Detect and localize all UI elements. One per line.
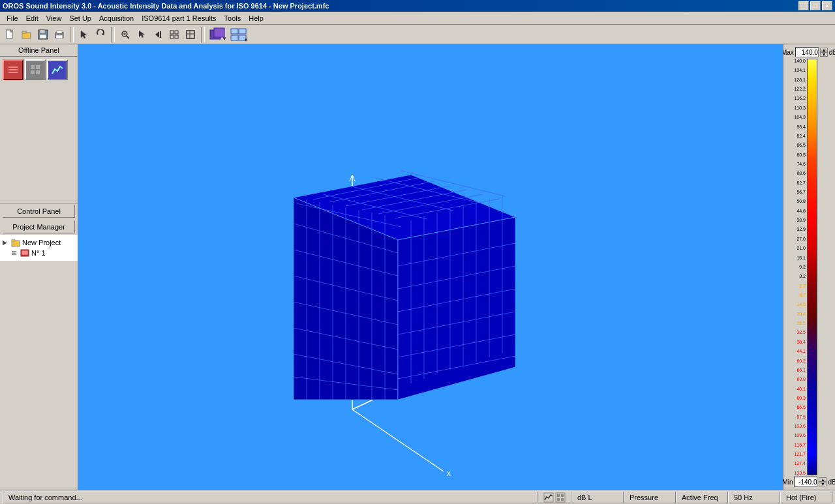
main-area: Offline Panel <box>0 44 835 490</box>
toolbar-extra-group: ▼ ▼ <box>207 27 250 42</box>
status-active-freq: Active Freq <box>676 492 728 503</box>
svg-rect-19 <box>170 31 174 34</box>
status-icon-1 <box>543 492 554 503</box>
svg-line-13 <box>127 36 129 38</box>
rotate-tool-button[interactable] <box>93 27 108 42</box>
svg-rect-29 <box>231 29 238 34</box>
menu-edit[interactable]: Edit <box>22 13 42 23</box>
svg-rect-21 <box>170 35 174 38</box>
scale-value: 32.5 <box>787 330 806 334</box>
svg-rect-23 <box>187 31 194 38</box>
min-value-input[interactable] <box>794 477 817 487</box>
project-manager-section: Project Manager ▶ New Project ⊞ <box>0 219 78 261</box>
title-bar: OROS Sound Intensity 3.0 - Acoustic Inte… <box>0 0 835 12</box>
close-button[interactable]: × <box>822 1 832 10</box>
menu-tools[interactable]: Tools <box>220 13 245 23</box>
svg-rect-31 <box>231 35 238 40</box>
new-button[interactable] <box>3 27 18 42</box>
status-hot-fire-text: Hot (Fire) <box>786 494 816 501</box>
object-button[interactable]: ▼ <box>207 27 228 42</box>
svg-text:▼: ▼ <box>222 36 227 42</box>
scale-value: 44.1 <box>787 349 806 353</box>
svg-rect-3 <box>22 31 26 33</box>
scale-value: 60.2 <box>787 359 806 363</box>
svg-rect-22 <box>175 35 178 38</box>
scale-value: 115.7 <box>787 443 806 447</box>
panel-icon-1[interactable] <box>3 59 23 80</box>
toolbar-separator-2 <box>111 27 115 42</box>
svg-rect-9 <box>56 35 63 38</box>
window-controls[interactable]: _ □ × <box>798 1 832 10</box>
open-button[interactable] <box>19 27 35 42</box>
project-icon <box>11 238 20 247</box>
cursor-tool-button[interactable] <box>134 27 149 42</box>
scale-value: 122.2 <box>787 87 806 91</box>
status-freq-50-text: 50 Hz <box>734 494 753 501</box>
svg-rect-20 <box>175 31 178 34</box>
minimize-button[interactable]: _ <box>798 1 809 10</box>
min-spin-down[interactable]: ▼ <box>819 482 827 486</box>
status-icons[interactable] <box>538 492 571 503</box>
scale-value: 80.5 <box>787 153 806 157</box>
child-project-icon <box>20 248 29 258</box>
max-spinner[interactable]: ▲ ▼ <box>820 48 828 57</box>
maximize-button[interactable]: □ <box>810 1 821 10</box>
menu-file[interactable]: File <box>3 13 22 23</box>
scale-labels: 140.0 134.1 128.1 122.2 116.2 110.3 104.… <box>787 59 806 475</box>
svg-rect-18 <box>160 31 161 38</box>
scale-value: 44.8 <box>787 209 806 213</box>
min-spinner[interactable]: ▲ ▼ <box>819 477 827 486</box>
3d-scene: y x <box>78 44 783 490</box>
scale-value: 38.9 <box>787 218 806 222</box>
zoom-tool-button[interactable] <box>117 27 133 42</box>
min-label: Min <box>782 479 793 486</box>
tree-child-item[interactable]: ⊞ N° 1 <box>3 248 75 258</box>
pointer-tool-button[interactable] <box>76 27 92 42</box>
scale-value: 68.6 <box>787 171 806 175</box>
status-dbl-text: dB L <box>577 494 592 501</box>
save-button[interactable] <box>35 27 51 42</box>
svg-rect-41 <box>31 70 35 74</box>
control-panel-button[interactable]: Control Panel <box>3 205 75 218</box>
max-spin-down[interactable]: ▼ <box>820 52 828 57</box>
menu-iso9614[interactable]: ISO9614 part 1 Results <box>138 13 220 23</box>
scale-value: 32.9 <box>787 227 806 231</box>
svg-marker-10 <box>81 31 87 38</box>
menu-setup[interactable]: Set Up <box>65 13 95 23</box>
prev-button[interactable] <box>150 27 166 42</box>
max-scale-control: Max ▲ ▼ dB <box>782 47 835 57</box>
status-bar: Waiting for command... dB L Pressure Act… <box>0 490 835 504</box>
max-spin-up[interactable]: ▲ <box>820 48 828 52</box>
viewport-3d[interactable]: y x <box>78 44 783 490</box>
min-spin-up[interactable]: ▲ <box>819 477 827 482</box>
panel-icon-3[interactable] <box>47 59 68 80</box>
offline-panel-label: Offline Panel <box>18 46 59 54</box>
scale-value: 2.7 <box>787 284 806 288</box>
scale-value: 50.8 <box>787 199 806 203</box>
scale-value: 27.0 <box>787 237 806 241</box>
scale-value: 121.7 <box>787 452 806 456</box>
status-waiting: Waiting for command... <box>3 492 538 503</box>
project-manager-button[interactable]: Project Manager <box>3 220 75 233</box>
scale-value: 8.7 <box>787 293 806 297</box>
control-panel-section: Control Panel <box>0 203 78 219</box>
max-value-input[interactable] <box>795 47 819 57</box>
menu-acquisition[interactable]: Acquisition <box>95 13 138 23</box>
menu-help[interactable]: Help <box>245 13 267 23</box>
color-scale-panel: Max ▲ ▼ dB 140.0 134.1 128.1 122.2 116.2… <box>783 44 835 490</box>
toolbar-separator-3 <box>201 27 205 42</box>
print-button[interactable] <box>52 27 67 42</box>
status-pressure: Pressure <box>624 492 676 503</box>
min-unit: dB <box>828 479 835 486</box>
frame-button[interactable] <box>183 27 198 42</box>
svg-rect-5 <box>40 30 45 33</box>
menu-view[interactable]: View <box>42 13 66 23</box>
layout-button[interactable]: ▼ <box>229 27 250 42</box>
tree-expand-icon: ▶ <box>3 239 9 246</box>
scale-value: 21.0 <box>787 246 806 250</box>
scale-value: 15.1 <box>787 256 806 260</box>
grid-button[interactable] <box>166 27 182 42</box>
panel-icon-2[interactable] <box>25 59 46 80</box>
scale-value: 3.2 <box>787 274 806 278</box>
tree-root-item[interactable]: ▶ New Project <box>3 237 75 248</box>
